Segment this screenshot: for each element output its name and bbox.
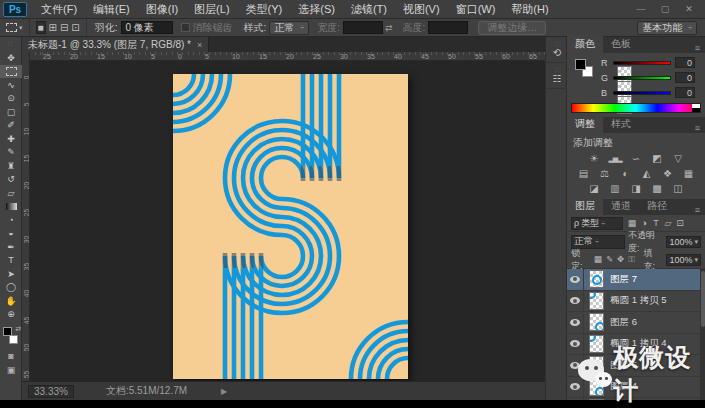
- history-brush-tool[interactable]: ↺: [0, 173, 22, 187]
- quick-selection-tool[interactable]: ⊙: [0, 92, 22, 106]
- minimize-button[interactable]: —: [631, 2, 651, 16]
- filter-smart-object-icon[interactable]: ⊡: [674, 218, 686, 228]
- layer-visibility-toggle[interactable]: [567, 291, 584, 312]
- channel-mixer-icon[interactable]: ❖: [657, 166, 678, 181]
- filter-type-icon[interactable]: T: [650, 218, 662, 228]
- document-tab[interactable]: 未标题-1 @ 33.3% (图层 7, RGB/8) * ×: [22, 37, 209, 52]
- lock-pixels-icon[interactable]: ✎: [606, 254, 613, 265]
- filter-shape-icon[interactable]: ▱: [662, 218, 674, 228]
- foreground-background-swatches[interactable]: ⇄: [0, 325, 22, 349]
- adjustments-tab-调整[interactable]: 调整: [567, 115, 603, 133]
- channel-value[interactable]: 0: [675, 57, 695, 68]
- color-tab-色板[interactable]: 色板: [603, 35, 639, 53]
- status-options-arrow-icon[interactable]: ▶: [221, 387, 227, 396]
- eyedropper-tool[interactable]: ✐: [0, 119, 22, 133]
- filter-adjustment-icon[interactable]: ◑: [638, 218, 650, 228]
- intersect-selection-icon[interactable]: ⊡: [71, 22, 79, 33]
- blur-tool[interactable]: ◔: [0, 213, 22, 227]
- path-selection-tool[interactable]: ➤: [0, 267, 22, 281]
- levels-icon[interactable]: ▂▅▂: [605, 151, 626, 166]
- eraser-tool[interactable]: ▱: [0, 186, 22, 200]
- style-dropdown[interactable]: 正常 ÷: [269, 21, 309, 35]
- exposure-icon[interactable]: ◩: [647, 151, 668, 166]
- panel-foreground-swatch[interactable]: [575, 59, 586, 70]
- height-input[interactable]: [428, 21, 468, 34]
- menu-item-8[interactable]: 窗口(W): [448, 0, 504, 19]
- vibrance-icon[interactable]: ▽: [668, 151, 689, 166]
- background-color-swatch[interactable]: [9, 335, 18, 344]
- brush-tool[interactable]: ✎: [0, 146, 22, 160]
- color-tab-颜色[interactable]: 颜色: [567, 35, 603, 53]
- lock-all-icon[interactable]: ⚿: [628, 254, 634, 265]
- toolbar-grip[interactable]: ∷: [0, 37, 21, 51]
- screen-mode-button[interactable]: ▣: [0, 363, 22, 377]
- feather-input[interactable]: 0 像素: [121, 21, 173, 34]
- collapsed-history-panel-button[interactable]: ∷⟲: [546, 37, 568, 63]
- color-panel-menu-icon[interactable]: ≡: [690, 43, 705, 53]
- foreground-color-swatch[interactable]: [3, 327, 12, 336]
- layer-thumbnail[interactable]: [589, 292, 604, 310]
- antialias-checkbox[interactable]: 消除锯齿: [181, 21, 233, 35]
- layer-thumbnail[interactable]: [589, 270, 604, 288]
- quick-mask-button[interactable]: ◙: [0, 349, 22, 363]
- hand-tool[interactable]: ✋: [0, 294, 22, 308]
- current-tool-chip[interactable]: ▾: [0, 19, 30, 36]
- color-spectrum-ramp[interactable]: [571, 103, 701, 113]
- menu-item-5[interactable]: 选择(S): [290, 0, 343, 19]
- pen-tool[interactable]: ✒: [0, 240, 22, 254]
- menu-item-6[interactable]: 滤镜(T): [343, 0, 395, 19]
- threshold-icon[interactable]: ◨: [626, 181, 647, 196]
- healing-brush-tool[interactable]: ✚: [0, 132, 22, 146]
- ellipse-tool[interactable]: ◯: [0, 281, 22, 295]
- invert-icon[interactable]: ◪: [584, 181, 605, 196]
- maximize-button[interactable]: ▢: [655, 2, 675, 16]
- filter-pixel-icon[interactable]: ▦: [626, 218, 638, 228]
- type-tool[interactable]: T: [0, 254, 22, 268]
- close-tab-icon[interactable]: ×: [197, 40, 202, 50]
- menu-item-0[interactable]: 文件(F): [33, 0, 85, 19]
- canvas-document[interactable]: [173, 74, 408, 379]
- swap-colors-icon[interactable]: ⇄: [15, 325, 21, 333]
- layers-panel-menu-icon[interactable]: ≡: [690, 205, 705, 215]
- channel-slider[interactable]: ▲: [613, 61, 671, 65]
- lock-transparency-icon[interactable]: ▦: [594, 254, 602, 265]
- clone-stamp-tool[interactable]: ♜: [0, 159, 22, 173]
- layer-thumbnail[interactable]: [589, 313, 604, 331]
- selective-color-icon[interactable]: ◫: [668, 181, 689, 196]
- curves-icon[interactable]: ∽: [626, 151, 647, 166]
- menu-item-7[interactable]: 视图(V): [395, 0, 448, 19]
- menu-item-4[interactable]: 类型(Y): [238, 0, 291, 19]
- swap-width-height-icon[interactable]: ⇄: [385, 23, 393, 33]
- lock-position-icon[interactable]: ✥: [617, 254, 624, 265]
- menu-item-2[interactable]: 图像(I): [138, 0, 186, 19]
- layer-filter-type-dropdown[interactable]: ρ 类型 ÷: [571, 217, 623, 230]
- color-lookup-icon[interactable]: ▦: [678, 166, 699, 181]
- layers-tab-图层[interactable]: 图层: [567, 197, 603, 215]
- channel-value[interactable]: 0: [675, 72, 695, 83]
- width-input[interactable]: [343, 21, 383, 34]
- crop-tool[interactable]: ▢: [0, 105, 22, 119]
- close-button[interactable]: ✕: [679, 2, 699, 16]
- menu-item-1[interactable]: 编辑(E): [85, 0, 138, 19]
- gradient-map-icon[interactable]: ▩: [647, 181, 668, 196]
- lasso-tool[interactable]: ∿: [0, 78, 22, 92]
- new-selection-icon[interactable]: ■: [36, 21, 46, 34]
- refine-edge-button[interactable]: 调整边缘…: [478, 21, 546, 35]
- color-balance-icon[interactable]: ⚖: [594, 166, 615, 181]
- channel-slider[interactable]: ▲: [613, 91, 671, 95]
- adjustments-tab-样式[interactable]: 样式: [603, 115, 639, 133]
- opacity-dropdown[interactable]: 100% ▾: [666, 236, 701, 248]
- layer-visibility-toggle[interactable]: [567, 269, 584, 290]
- layers-tab-通道[interactable]: 通道: [603, 197, 639, 215]
- channel-slider[interactable]: ▲: [613, 76, 671, 80]
- black-white-icon[interactable]: ◐: [615, 166, 636, 181]
- subtract-selection-icon[interactable]: ⊟: [60, 22, 68, 33]
- zoom-tool[interactable]: ⊕: [0, 308, 22, 322]
- layer-visibility-toggle[interactable]: [567, 312, 584, 333]
- photo-filter-icon[interactable]: ◭: [636, 166, 657, 181]
- workspace-switcher[interactable]: 基本功能 ÷: [637, 21, 697, 35]
- layers-tab-路径[interactable]: 路径: [639, 197, 675, 215]
- dodge-tool[interactable]: ◒: [0, 227, 22, 241]
- white-black-swatches[interactable]: [692, 104, 700, 112]
- adjustments-panel-menu-icon[interactable]: ≡: [690, 123, 705, 133]
